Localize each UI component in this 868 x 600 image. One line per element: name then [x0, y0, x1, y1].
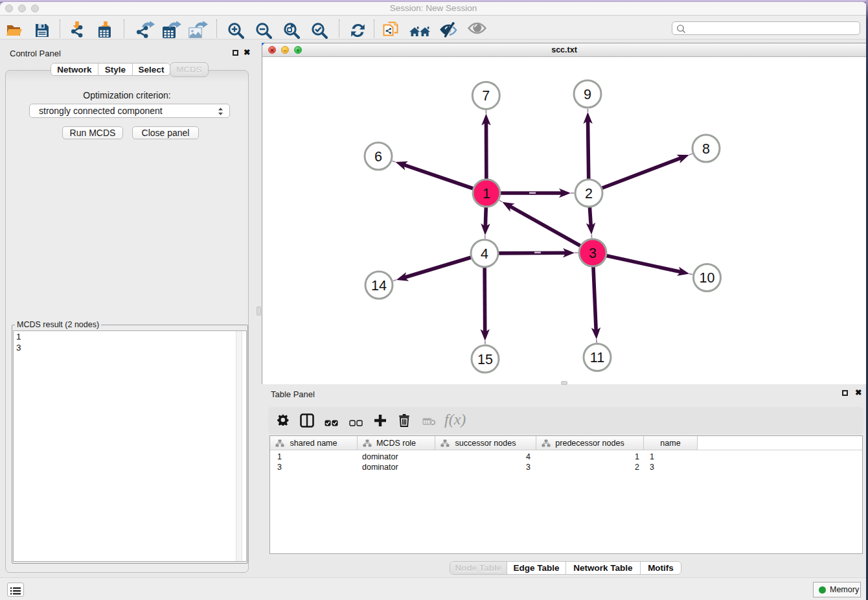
svg-text:9: 9	[584, 87, 591, 102]
svg-text:11: 11	[590, 350, 604, 365]
svg-text:1: 1	[483, 186, 490, 202]
svg-text:7: 7	[482, 88, 490, 104]
svg-text:6: 6	[374, 149, 382, 165]
svg-text:10: 10	[700, 270, 715, 286]
svg-text:15: 15	[477, 352, 493, 367]
svg-text:8: 8	[702, 141, 710, 157]
svg-text:3: 3	[589, 246, 597, 261]
svg-text:14: 14	[371, 278, 387, 294]
svg-text:4: 4	[481, 246, 488, 262]
svg-text:2: 2	[585, 186, 593, 202]
